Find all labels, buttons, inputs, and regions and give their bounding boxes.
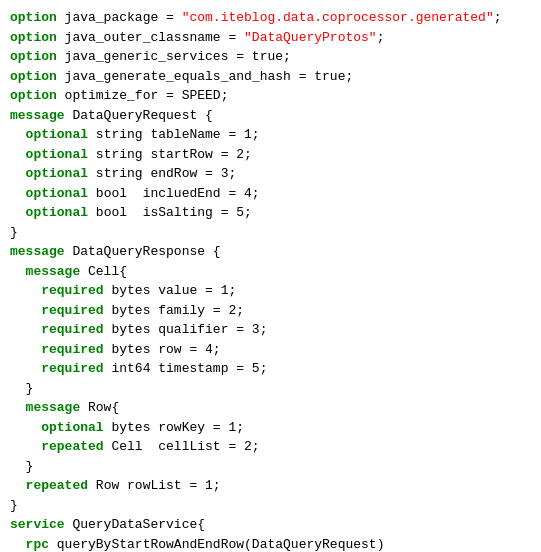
code-line-8: optional string startRow = 2; — [10, 145, 531, 165]
code-line-19: required int64 timestamp = 5; — [10, 359, 531, 379]
code-line-13: message DataQueryResponse { — [10, 242, 531, 262]
code-line-11: optional bool isSalting = 5; — [10, 203, 531, 223]
code-line-14: message Cell{ — [10, 262, 531, 282]
code-line-3: option java_generic_services = true; — [10, 47, 531, 67]
code-line-6: message DataQueryRequest { — [10, 106, 531, 126]
code-line-23: repeated Cell cellList = 2; — [10, 437, 531, 457]
code-line-15: required bytes value = 1; — [10, 281, 531, 301]
code-line-5: option optimize_for = SPEED; — [10, 86, 531, 106]
code-line-18: required bytes row = 4; — [10, 340, 531, 360]
code-line-4: option java_generate_equals_and_hash = t… — [10, 67, 531, 87]
code-line-27: service QueryDataService{ — [10, 515, 531, 535]
code-line-28: rpc queryByStartRowAndEndRow(DataQueryRe… — [10, 535, 531, 553]
code-line-21: message Row{ — [10, 398, 531, 418]
code-line-16: required bytes family = 2; — [10, 301, 531, 321]
code-block: option java_package = "com.iteblog.data.… — [0, 0, 541, 552]
code-line-17: required bytes qualifier = 3; — [10, 320, 531, 340]
code-line-25: repeated Row rowList = 1; — [10, 476, 531, 496]
code-line-22: optional bytes rowKey = 1; — [10, 418, 531, 438]
code-line-26: } — [10, 496, 531, 516]
code-line-2: option java_outer_classname = "DataQuery… — [10, 28, 531, 48]
code-line-1: option java_package = "com.iteblog.data.… — [10, 8, 531, 28]
code-line-12: } — [10, 223, 531, 243]
code-line-9: optional string endRow = 3; — [10, 164, 531, 184]
code-line-10: optional bool incluedEnd = 4; — [10, 184, 531, 204]
code-line-7: optional string tableName = 1; — [10, 125, 531, 145]
code-line-20: } — [10, 379, 531, 399]
code-line-24: } — [10, 457, 531, 477]
